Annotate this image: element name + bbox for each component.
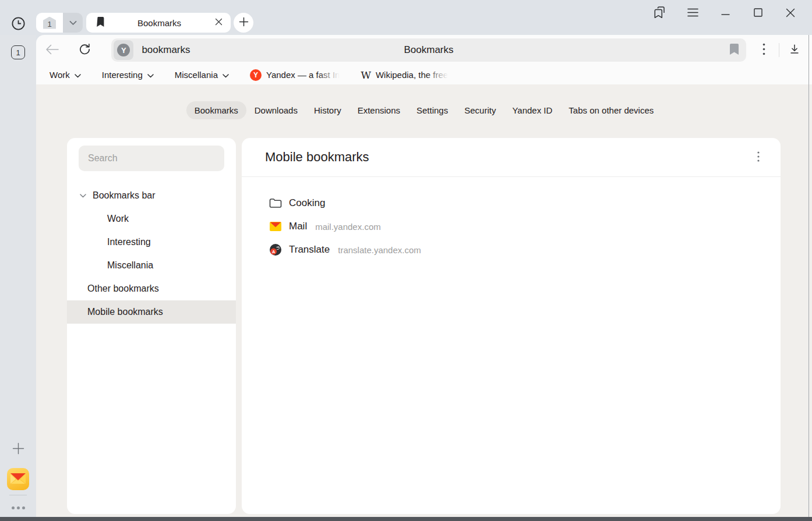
tab-history[interactable]: History [306, 101, 349, 119]
rail-more-button[interactable] [8, 504, 29, 511]
list-item-mail[interactable]: Mail mail.yandex.com [242, 215, 781, 238]
bookmarks-panel-button[interactable] [654, 6, 666, 21]
bookmark-link-label: Wikipedia, the free [376, 70, 448, 80]
browser-menu-button[interactable] [687, 8, 698, 19]
minimize-icon [721, 8, 730, 19]
window-controls [644, 3, 807, 23]
add-bookmark-button[interactable] [729, 43, 739, 57]
chevron-down-icon [75, 70, 81, 80]
bookmarks-bar-folder-miscellania[interactable]: Miscellania [175, 70, 229, 80]
tab-close-button[interactable] [214, 17, 224, 29]
browser-window: 1 Bookmarks [0, 0, 812, 521]
bookmarks-bar-folder-work[interactable]: Work [50, 70, 81, 80]
hamburger-menu-icon [687, 8, 698, 19]
tree-item-miscellania[interactable]: Miscellania [67, 254, 236, 277]
list-item-translate[interactable]: A Translate translate.yandex.com [242, 238, 781, 261]
page-content: Bookmarks Downloads History Extensions S… [36, 84, 812, 517]
tab-yandex-id[interactable]: Yandex ID [504, 101, 560, 119]
toolbar: Y bookmarks Bookmarks [36, 35, 812, 65]
bookmarks-tree-panel: Bookmarks bar Work Interesting Miscellan… [67, 138, 236, 514]
tree-item-mobile-bookmarks[interactable]: Mobile bookmarks [67, 300, 236, 324]
close-icon [215, 18, 223, 27]
bookmarks-bar-link-wikipedia[interactable]: W Wikipedia, the free [361, 69, 448, 81]
svg-text:A: A [272, 249, 276, 254]
yandex-gray-favicon: Y [117, 44, 130, 56]
tab-extensions[interactable]: Extensions [349, 101, 408, 119]
page-tabs: Bookmarks Downloads History Extensions S… [36, 101, 812, 119]
folder-view-header: Mobile bookmarks [242, 138, 781, 176]
yandex-mail-favicon [269, 222, 282, 231]
history-clock-button[interactable] [10, 16, 26, 33]
workspace-badge[interactable]: 1 [11, 45, 25, 59]
tree-item-label: Interesting [107, 237, 151, 247]
wikipedia-favicon: W [361, 69, 370, 81]
new-tab-button[interactable] [234, 13, 253, 33]
tab-downloads[interactable]: Downloads [246, 101, 306, 119]
window-close-button[interactable] [785, 8, 796, 19]
window-right-edge [809, 35, 809, 517]
folder-view-title: Mobile bookmarks [265, 150, 369, 165]
download-icon [788, 43, 801, 58]
reload-icon [78, 42, 91, 58]
browser-tab-bookmarks[interactable]: Bookmarks [86, 13, 231, 33]
tree-item-label: Miscellania [107, 260, 153, 271]
bookmark-icon [96, 16, 105, 30]
tab-count-badge: 1 [43, 17, 56, 29]
search-input[interactable] [79, 146, 224, 171]
yandex-translate-favicon: A [269, 244, 282, 256]
tab-settings[interactable]: Settings [408, 101, 456, 119]
chevron-down-icon [80, 194, 87, 198]
folder-view-panel: Mobile bookmarks Cooking [242, 138, 781, 514]
chevron-down-icon [223, 70, 229, 80]
tab-group-chip: 1 [36, 13, 83, 33]
window-minimize-button[interactable] [719, 8, 731, 19]
tab-strip: 1 Bookmarks [0, 0, 812, 35]
bookmark-name: Translate [289, 244, 330, 256]
bookmarks-bar-folder-interesting[interactable]: Interesting [102, 70, 154, 80]
stacked-bookmarks-icon [654, 6, 666, 21]
left-sidebar-rail: 1 [0, 35, 36, 517]
folder-options-button[interactable] [754, 148, 763, 167]
kebab-menu-icon [762, 43, 765, 57]
bookmark-list: Cooking Mail mail.yandex.com A Translate… [242, 177, 781, 261]
bookmarks-bar: Work Interesting Miscellania Y Yandex — … [36, 65, 812, 84]
tree-item-other-bookmarks[interactable]: Other bookmarks [67, 277, 236, 300]
window-bottom-edge [0, 517, 812, 521]
tree-item-bookmarks-bar[interactable]: Bookmarks bar [67, 184, 236, 207]
bookmark-link-label: Yandex — a fast In [266, 70, 340, 80]
folder-icon [269, 198, 282, 208]
back-button[interactable] [43, 41, 62, 59]
tree-item-label: Other bookmarks [87, 283, 159, 294]
tab-group-button[interactable]: 1 [36, 13, 63, 33]
tree-item-label: Work [107, 214, 129, 224]
tab-other-devices[interactable]: Tabs on other devices [560, 101, 662, 119]
tab-group-expand-button[interactable] [63, 13, 83, 33]
page-actions-menu-button[interactable] [755, 41, 774, 59]
tab-bookmarks[interactable]: Bookmarks [186, 101, 246, 119]
bookmark-url: translate.yandex.com [338, 245, 421, 255]
address-bar-page-title: Bookmarks [111, 44, 746, 56]
tree-item-interesting[interactable]: Interesting [67, 231, 236, 254]
reload-button[interactable] [76, 41, 94, 59]
yandex-favicon: Y [250, 69, 262, 81]
list-item-cooking[interactable]: Cooking [242, 192, 781, 215]
address-bar[interactable]: Y bookmarks Bookmarks [111, 38, 746, 62]
bookmark-filled-icon [729, 43, 739, 57]
yandex-mail-app-button[interactable] [7, 468, 29, 490]
bookmarks-bar-link-yandex[interactable]: Y Yandex — a fast In [250, 69, 340, 81]
tree-item-work[interactable]: Work [67, 207, 236, 231]
clock-icon [10, 16, 26, 33]
maximize-icon [754, 8, 762, 19]
browser-chrome: Y bookmarks Bookmarks [36, 35, 812, 84]
chevron-down-icon [147, 70, 154, 80]
close-icon [786, 8, 795, 19]
tab-security[interactable]: Security [456, 101, 504, 119]
bookmark-name: Mail [289, 221, 307, 232]
rail-add-button[interactable] [12, 443, 24, 456]
bookmark-name: Cooking [289, 197, 325, 209]
window-maximize-button[interactable] [752, 8, 764, 19]
yandex-mail-icon [9, 472, 27, 487]
url-text: bookmarks [142, 44, 190, 56]
downloads-button[interactable] [785, 41, 804, 59]
tree-item-label: Bookmarks bar [93, 190, 156, 201]
